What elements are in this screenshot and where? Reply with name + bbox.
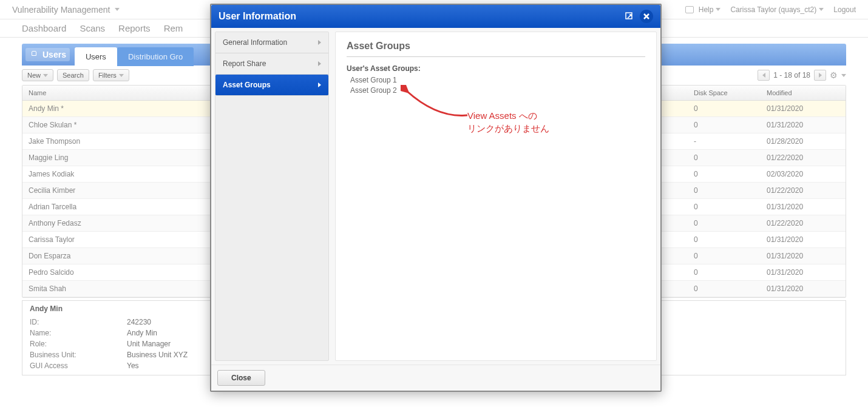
detail-value: Unit Manager — [127, 340, 171, 348]
chevron-down-icon — [716, 8, 721, 11]
cell-modified: 01/22/2020 — [761, 183, 833, 198]
modal-title: User Information — [219, 11, 296, 22]
cell-modified: 01/31/2020 — [761, 117, 833, 133]
cell-modified: 01/31/2020 — [761, 101, 833, 116]
user-info-modal: User Information General Information Rep… — [210, 4, 662, 392]
detail-label: Business Unit: — [30, 351, 127, 359]
detail-label: Name: — [30, 329, 127, 337]
tab-reports[interactable]: Reports — [118, 23, 151, 37]
users-title: Users — [42, 50, 66, 59]
detail-label: ID: — [30, 318, 127, 326]
nav-label: Asset Groups — [223, 81, 271, 89]
cell-modified: 01/31/2020 — [761, 264, 833, 280]
triangle-right-icon — [819, 73, 822, 78]
chevron-down-icon — [119, 74, 124, 77]
cell-disk: 0 — [688, 232, 761, 247]
nav-asset-groups[interactable]: Asset Groups — [215, 75, 328, 96]
cell-disk: 0 — [688, 264, 761, 280]
cell-disk: 0 — [688, 166, 761, 182]
search-button[interactable]: Search — [57, 69, 89, 81]
filters-button[interactable]: Filters — [93, 69, 129, 81]
chevron-down-icon — [841, 74, 846, 77]
pager: 1 - 18 of 18 ⚙ — [758, 70, 846, 81]
cell-modified: 01/31/2020 — [761, 232, 833, 247]
filters-label: Filters — [98, 72, 117, 79]
chevron-right-icon — [318, 61, 321, 66]
gear-icon[interactable]: ⚙ — [830, 70, 838, 80]
section-label: User's Asset Groups: — [347, 64, 645, 73]
tab-dashboard[interactable]: Dashboard — [22, 23, 66, 37]
cell-disk: 0 — [688, 215, 761, 231]
chevron-down-icon — [819, 8, 824, 11]
cell-disk: 0 — [688, 150, 761, 166]
help-label: Help — [699, 5, 714, 14]
cell-modified: 01/31/2020 — [761, 248, 833, 264]
detail-label: Role: — [30, 340, 127, 348]
pager-next[interactable] — [814, 70, 826, 81]
cell-modified: 01/22/2020 — [761, 215, 833, 231]
chevron-down-icon — [115, 8, 120, 11]
user-menu[interactable]: Carissa Taylor (quays_ct2) — [725, 3, 829, 16]
subtab-users[interactable]: Users — [75, 47, 117, 66]
cell-modified: 02/03/2020 — [761, 166, 833, 182]
close-button[interactable]: Close — [217, 370, 265, 386]
cell-disk: 0 — [688, 199, 761, 215]
chevron-right-icon — [318, 40, 321, 45]
asset-group-item: Asset Group 2 — [350, 86, 645, 96]
subtab-distribution-groups[interactable]: Distribution Gro — [117, 47, 194, 66]
cell-disk: 0 — [688, 183, 761, 198]
nav-label: General Information — [223, 38, 287, 47]
col-modified[interactable]: Modified — [761, 86, 833, 100]
app-name: Vulnerability Management — [12, 5, 110, 15]
nav-label: Report Share — [223, 59, 266, 68]
chevron-right-icon — [318, 82, 321, 87]
users-title-badge: Users — [25, 48, 70, 61]
nav-report-share[interactable]: Report Share — [215, 53, 328, 75]
logout-label: Logout — [833, 5, 856, 14]
detail-value: Business Unit XYZ — [127, 351, 188, 359]
tab-scans[interactable]: Scans — [80, 23, 105, 37]
help-menu[interactable]: Help — [694, 3, 726, 16]
cell-modified: 01/28/2020 — [761, 133, 833, 149]
modal-footer: Close — [211, 365, 660, 391]
cell-disk: 0 — [688, 117, 761, 133]
cell-modified: 01/31/2020 — [761, 199, 833, 215]
triangle-left-icon — [762, 73, 765, 78]
detail-value: 242230 — [127, 318, 151, 326]
cell-disk: 0 — [688, 101, 761, 116]
new-label: New — [27, 72, 41, 79]
content-heading: Asset Groups — [347, 41, 645, 52]
tab-rem[interactable]: Rem — [164, 23, 183, 37]
asset-group-item: Asset Group 1 — [350, 75, 645, 86]
modal-header[interactable]: User Information — [211, 5, 660, 28]
users-icon — [29, 51, 39, 58]
chevron-down-icon — [43, 74, 48, 77]
detail-label: GUI Access — [30, 362, 127, 370]
modal-sidenav: General Information Report Share Asset G… — [215, 32, 329, 361]
detail-value: Yes — [127, 362, 139, 370]
new-button[interactable]: New — [22, 69, 53, 81]
cell-disk: - — [688, 133, 761, 149]
app-selector[interactable]: Vulnerability Management — [7, 2, 124, 17]
pin-icon[interactable] — [685, 6, 694, 13]
close-icon[interactable] — [640, 10, 653, 23]
cell-disk: 0 — [688, 281, 761, 297]
modal-content: Asset Groups User's Asset Groups: Asset … — [335, 32, 657, 361]
detail-value: Andy Min — [127, 329, 157, 337]
pager-prev[interactable] — [758, 70, 770, 81]
pager-text: 1 - 18 of 18 — [773, 71, 810, 79]
col-disk[interactable]: Disk Space — [688, 86, 761, 100]
user-display: Carissa Taylor (quays_ct2) — [730, 5, 816, 14]
logout-link[interactable]: Logout — [829, 3, 861, 16]
cell-modified: 01/22/2020 — [761, 150, 833, 166]
search-label: Search — [63, 72, 84, 79]
cell-disk: 0 — [688, 248, 761, 264]
popout-icon[interactable] — [623, 10, 636, 23]
cell-modified: 01/31/2020 — [761, 281, 833, 297]
nav-general-information[interactable]: General Information — [215, 32, 328, 53]
